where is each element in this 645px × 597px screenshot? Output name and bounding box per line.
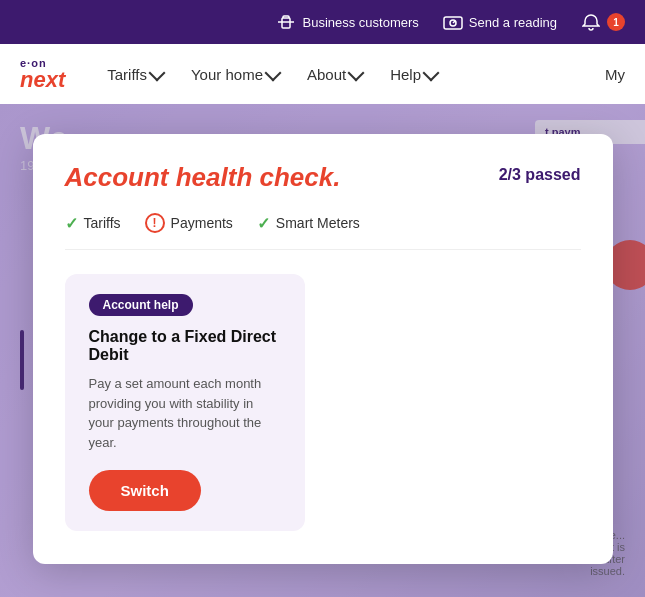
svg-line-4 (453, 21, 455, 23)
notification-count: 1 (607, 13, 625, 31)
modal-title: Account health check. (65, 162, 341, 193)
nav-about[interactable]: About (295, 58, 374, 91)
bell-icon (581, 12, 601, 32)
nav-help[interactable]: Help (378, 58, 449, 91)
svg-rect-0 (282, 18, 290, 28)
briefcase-icon (276, 12, 296, 32)
nav-tariffs[interactable]: Tariffs (95, 58, 175, 91)
nav-items: Tariffs Your home About Help (95, 58, 605, 91)
about-chevron-icon (348, 64, 365, 81)
nav-your-home[interactable]: Your home (179, 58, 291, 91)
smart-meter-pass-icon: ✓ (257, 214, 270, 233)
tariffs-label: Tariffs (107, 66, 147, 83)
logo[interactable]: e·on next (20, 57, 65, 91)
passed-badge: 2/3 passed (499, 166, 581, 184)
card-description: Pay a set amount each month providing yo… (89, 374, 281, 452)
send-reading-label: Send a reading (469, 15, 557, 30)
smart-meter-check-label: Smart Meters (276, 215, 360, 231)
logo-next-text: next (20, 69, 65, 91)
notifications-link[interactable]: 1 (581, 12, 625, 32)
nav-my[interactable]: My (605, 66, 625, 83)
payment-check-label: Payments (171, 215, 233, 231)
card-title: Change to a Fixed Direct Debit (89, 328, 281, 364)
meter-icon (443, 12, 463, 32)
your-home-label: Your home (191, 66, 263, 83)
check-smart-meters: ✓ Smart Meters (257, 214, 360, 233)
send-reading-link[interactable]: Send a reading (443, 12, 557, 32)
business-customers-link[interactable]: Business customers (276, 12, 418, 32)
tariff-check-label: Tariffs (84, 215, 121, 231)
help-chevron-icon (423, 64, 440, 81)
my-label: My (605, 66, 625, 83)
help-label: Help (390, 66, 421, 83)
nav-bar: e·on next Tariffs Your home About Help M… (0, 44, 645, 104)
modal-header: Account health check. 2/3 passed (65, 162, 581, 193)
about-label: About (307, 66, 346, 83)
account-help-badge: Account help (89, 294, 193, 316)
account-help-card: Account help Change to a Fixed Direct De… (65, 274, 305, 531)
checks-row: ✓ Tariffs ! Payments ✓ Smart Meters (65, 213, 581, 250)
top-bar: Business customers Send a reading 1 (0, 0, 645, 44)
switch-button[interactable]: Switch (89, 470, 201, 511)
tariff-pass-icon: ✓ (65, 214, 78, 233)
payment-warn-icon: ! (145, 213, 165, 233)
business-customers-label: Business customers (302, 15, 418, 30)
tariffs-chevron-icon (148, 64, 165, 81)
check-tariffs: ✓ Tariffs (65, 214, 121, 233)
your-home-chevron-icon (264, 64, 281, 81)
account-health-modal: Account health check. 2/3 passed ✓ Tarif… (33, 134, 613, 564)
modal-overlay: Account health check. 2/3 passed ✓ Tarif… (0, 104, 645, 597)
check-payments: ! Payments (145, 213, 233, 233)
